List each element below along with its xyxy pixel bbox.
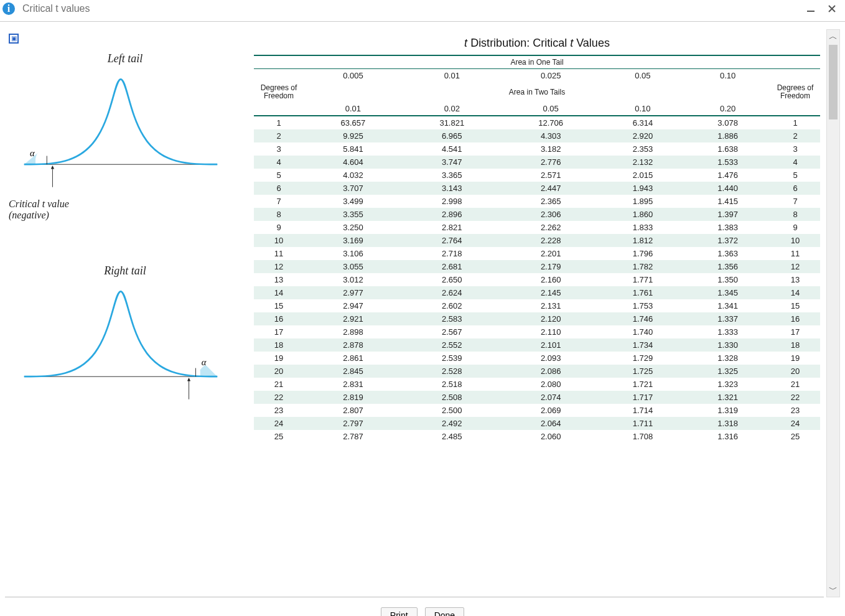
one-tail-col-3: 0.05 xyxy=(600,69,686,83)
scroll-down-icon[interactable]: ﹀ xyxy=(827,583,839,597)
popout-icon[interactable]: ▣ xyxy=(9,34,19,44)
table-cell: 2.262 xyxy=(502,221,600,234)
table-row: 35.8414.5413.1822.3531.6383 xyxy=(254,142,820,156)
table-row: 222.8192.5082.0741.7171.32122 xyxy=(254,391,820,404)
table-cell: 3.169 xyxy=(304,234,403,247)
table-cell: 2.878 xyxy=(304,338,403,352)
table-cell: 9.925 xyxy=(304,129,403,142)
table-cell: 2.160 xyxy=(502,273,600,286)
table-cell: 3.499 xyxy=(304,195,403,208)
page-content: ▣ Left tail α Critical xyxy=(5,29,824,458)
table-cell: 2.821 xyxy=(403,221,502,234)
modal-window: i Critical t values ▣ Left tail xyxy=(0,0,845,616)
table-row: 103.1692.7642.2281.8121.37210 xyxy=(254,234,820,247)
alpha-label-right: α xyxy=(202,357,207,367)
table-cell: 2.681 xyxy=(403,260,502,273)
two-tails-col-4: 0.20 xyxy=(685,102,770,116)
left-tail-curve-icon: α xyxy=(9,68,233,198)
table-cell: 3.143 xyxy=(403,182,502,195)
table-cell: 1.753 xyxy=(600,299,686,312)
close-icon xyxy=(828,4,836,13)
table-row: 182.8782.5522.1011.7341.33018 xyxy=(254,338,820,352)
table-cell: 2.807 xyxy=(304,404,403,417)
table-cell: 3.355 xyxy=(304,208,403,221)
close-button[interactable] xyxy=(821,1,843,16)
table-cell: 3 xyxy=(770,142,820,156)
left-tail-title: Left tail xyxy=(9,52,241,65)
two-tails-col-2: 0.05 xyxy=(502,102,600,116)
table-cell: 2.492 xyxy=(403,417,502,430)
table-cell: 1.319 xyxy=(685,404,770,417)
vertical-scrollbar[interactable]: ︿ ﹀ xyxy=(826,29,840,597)
table-cell: 21 xyxy=(254,378,304,391)
table-cell: 20 xyxy=(254,365,304,378)
table-cell: 13 xyxy=(770,273,820,286)
table-cell: 13 xyxy=(254,273,304,286)
table-cell: 24 xyxy=(770,417,820,430)
table-cell: 1.886 xyxy=(685,129,770,142)
table-cell: 2.015 xyxy=(600,169,686,182)
dof-label-left: Degrees ofFreedom xyxy=(254,82,304,102)
table-cell: 14 xyxy=(254,286,304,299)
popout-arrow-icon: ▣ xyxy=(11,35,17,42)
one-tail-col-2: 0.025 xyxy=(502,69,600,83)
table-cell: 17 xyxy=(254,325,304,338)
table-cell: 5 xyxy=(770,169,820,182)
table-row: 212.8312.5182.0801.7211.32321 xyxy=(254,378,820,391)
table-cell: 2.898 xyxy=(304,325,403,338)
right-tail-curve-icon: α xyxy=(9,280,233,411)
table-cell: 2.518 xyxy=(403,378,502,391)
table-cell: 3.078 xyxy=(685,116,770,129)
table-cell: 19 xyxy=(254,352,304,365)
table-cell: 2.201 xyxy=(502,247,600,260)
table-cell: 9 xyxy=(254,221,304,234)
table-cell: 1.325 xyxy=(685,365,770,378)
table-cell: 1.860 xyxy=(600,208,686,221)
table-cell: 1.440 xyxy=(685,182,770,195)
one-tail-col-4: 0.10 xyxy=(685,69,770,83)
table-cell: 1.796 xyxy=(600,247,686,260)
table-cell: 10 xyxy=(770,234,820,247)
table-cell: 2.650 xyxy=(403,273,502,286)
table-cell: 2.602 xyxy=(403,299,502,312)
table-cell: 1.746 xyxy=(600,312,686,325)
info-icon: i xyxy=(2,2,15,15)
minimize-button[interactable] xyxy=(800,1,821,16)
table-cell: 2.500 xyxy=(403,404,502,417)
table-cell: 5 xyxy=(254,169,304,182)
table-cell: 2.069 xyxy=(502,404,600,417)
table-cell: 2.228 xyxy=(502,234,600,247)
table-cell: 10 xyxy=(254,234,304,247)
scrollbar-thumb[interactable] xyxy=(829,45,838,119)
table-cell: 2.508 xyxy=(403,391,502,404)
right-tail-title: Right tail xyxy=(9,264,241,278)
table-cell: 2.797 xyxy=(304,417,403,430)
svg-rect-0 xyxy=(807,11,815,12)
table-cell: 3.365 xyxy=(403,169,502,182)
table-cell: 1.943 xyxy=(600,182,686,195)
table-cell: 1.717 xyxy=(600,391,686,404)
table-cell: 2.528 xyxy=(403,365,502,378)
table-cell: 2.947 xyxy=(304,299,403,312)
table-cell: 1.341 xyxy=(685,299,770,312)
left-tail-caption-2: (negative) xyxy=(9,210,241,221)
table-cell: 7 xyxy=(770,195,820,208)
table-cell: 6.314 xyxy=(600,116,686,129)
scroll-up-icon[interactable]: ︿ xyxy=(827,30,839,44)
area-one-tail-label: Area in One Tail xyxy=(304,55,770,69)
table-cell: 9 xyxy=(770,221,820,234)
table-cell: 23 xyxy=(254,404,304,417)
done-button[interactable]: Done xyxy=(425,607,464,616)
two-tails-col-0: 0.01 xyxy=(304,102,403,116)
table-cell: 1.761 xyxy=(600,286,686,299)
table-cell: 16 xyxy=(770,312,820,325)
table-row: 172.8982.5672.1101.7401.33317 xyxy=(254,325,820,338)
table-cell: 1.711 xyxy=(600,417,686,430)
print-button[interactable]: Print xyxy=(381,607,418,616)
table-cell: 3.747 xyxy=(403,156,502,169)
table-cell: 2.567 xyxy=(403,325,502,338)
table-cell: 2.145 xyxy=(502,286,600,299)
right-column: t Distribution: Critical t Values Area i… xyxy=(254,33,820,454)
table-cell: 1.397 xyxy=(685,208,770,221)
table-cell: 2.787 xyxy=(304,430,403,443)
